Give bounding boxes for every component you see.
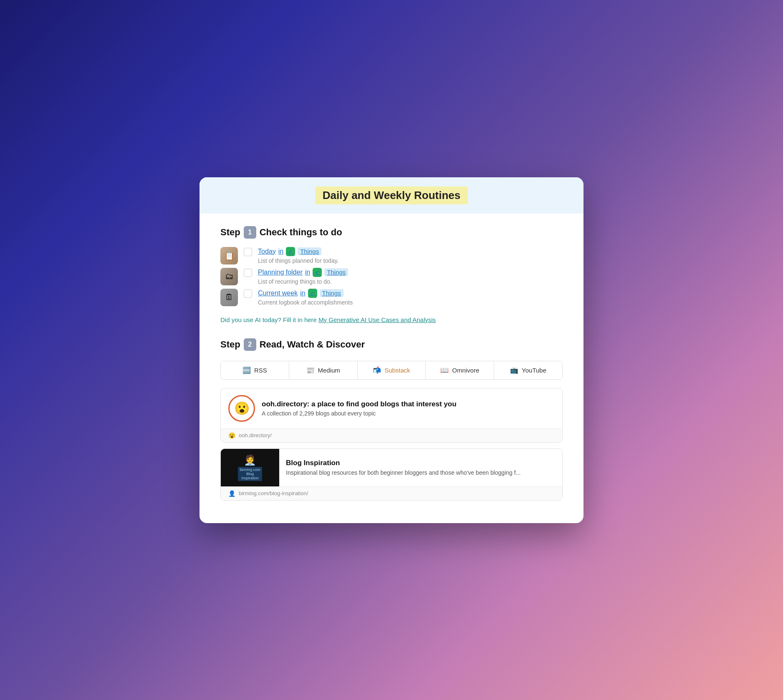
task-title-planning: Planning folder in ✓ Things xyxy=(258,268,563,277)
task-content-week: Current week in ✓ Things Current logbook… xyxy=(258,289,563,306)
card2-footer-icon: 👤 xyxy=(228,490,235,497)
step1-number: 1 xyxy=(244,226,256,239)
card-ooh-desc: A collection of 2,299 blogs about every … xyxy=(262,410,457,417)
card-ooh-footer-url: ooh.directory/ xyxy=(239,432,272,438)
things-badge-week: Things xyxy=(320,289,344,297)
card2-text: Blog Inspiration Inspirational blog reso… xyxy=(286,454,562,481)
card-ooh-text: ooh.directory: a place to find good blog… xyxy=(262,400,457,417)
task-desc-week: Current logbook of accomplishments xyxy=(258,299,563,306)
tab-substack-icon: 📬 xyxy=(373,366,381,374)
card2-main: 🧑‍💼 birming.comBlogInspiration Blog Insp… xyxy=(221,449,562,486)
task-desc-today: List of things planned for today. xyxy=(258,257,563,264)
page-title: Daily and Weekly Routines xyxy=(315,186,468,204)
step1-label: Step xyxy=(220,227,240,238)
card2-thumb-label: birming.comBlogInspiration xyxy=(238,467,262,481)
card2-thumbnail: 🧑‍💼 birming.comBlogInspiration xyxy=(221,449,279,486)
card-ooh-emoji: 😮 xyxy=(234,401,250,415)
things-check-week: ✓ xyxy=(308,289,317,298)
card-ooh-title: ooh.directory: a place to find good blog… xyxy=(262,400,457,408)
tab-medium-label: Medium xyxy=(318,367,340,374)
things-check-planning: ✓ xyxy=(313,268,322,277)
card-ooh-directory: 😮 ooh.directory: a place to find good bl… xyxy=(220,388,563,443)
card-blog-inspiration: 🧑‍💼 birming.comBlogInspiration Blog Insp… xyxy=(220,448,563,501)
main-window: Daily and Weekly Routines Step 1 Check t… xyxy=(200,177,583,523)
step2-label: Step xyxy=(220,339,240,350)
things-badge-planning: Things xyxy=(324,268,348,276)
tab-youtube-label: YouTube xyxy=(522,367,546,374)
tab-rss-label: RSS xyxy=(254,367,267,374)
step1-heading: Step 1 Check things to do xyxy=(220,226,563,239)
task-in-planning: in xyxy=(305,269,310,276)
things-badge-today: Things xyxy=(298,247,321,255)
ai-link-anchor[interactable]: My Generative AI Use Cases and Analysis xyxy=(318,316,436,323)
task-content-today: Today in ✓ Things List of things planned… xyxy=(258,247,563,264)
things-check-today: ✓ xyxy=(286,247,295,256)
tab-rss-icon: 🆕 xyxy=(242,366,251,374)
content-area: Step 1 Check things to do 📋 Today in ✓ T… xyxy=(200,214,583,523)
card2-desc: Inspirational blog resources for both be… xyxy=(286,469,557,476)
card-ooh-main: 😮 ooh.directory: a place to find good bl… xyxy=(221,388,562,428)
tab-substack[interactable]: 📬 Substack xyxy=(358,361,426,379)
card2-footer-url: birming.com/blog-inspiration/ xyxy=(239,490,308,496)
tab-medium-icon: 📰 xyxy=(306,366,315,374)
task-in-today: in xyxy=(278,248,283,255)
task-list: 📋 Today in ✓ Things List of things plann… xyxy=(220,247,563,306)
step2-heading: Step 2 Read, Watch & Discover xyxy=(220,338,563,351)
card2-footer: 👤 birming.com/blog-inspiration/ xyxy=(221,486,562,500)
task-link-week[interactable]: Current week xyxy=(258,290,298,297)
task-link-today[interactable]: Today xyxy=(258,248,276,255)
task-item-today: 📋 Today in ✓ Things List of things plann… xyxy=(220,247,563,264)
card-ooh-footer-icon: 😮 xyxy=(228,432,235,439)
task-checkbox-week[interactable] xyxy=(244,290,252,298)
card-ooh-footer: 😮 ooh.directory/ xyxy=(221,428,562,442)
task-checkbox-today[interactable] xyxy=(244,248,252,256)
card-ooh-icon: 😮 xyxy=(228,395,255,422)
tab-youtube[interactable]: 📺 YouTube xyxy=(494,361,562,379)
tab-rss[interactable]: 🆕 RSS xyxy=(221,361,289,379)
task-desc-planning: List of recurring things to do. xyxy=(258,278,563,285)
task-title-today: Today in ✓ Things xyxy=(258,247,563,256)
tab-omnivore[interactable]: 📖 Omnivore xyxy=(426,361,494,379)
task-icon-planning: 🗂 xyxy=(220,268,238,285)
task-in-week: in xyxy=(300,290,305,297)
card2-title: Blog Inspiration xyxy=(286,459,557,467)
task-icon-today: 📋 xyxy=(220,247,238,264)
tab-omnivore-label: Omnivore xyxy=(452,367,479,374)
step1-title: Check things to do xyxy=(260,227,342,238)
tab-medium[interactable]: 📰 Medium xyxy=(289,361,358,379)
task-content-planning: Planning folder in ✓ Things List of recu… xyxy=(258,268,563,285)
ai-prompt: Did you use AI today? Fill it in here My… xyxy=(220,316,563,323)
task-icon-week: 🗓 xyxy=(220,289,238,306)
tabs-bar: 🆕 RSS 📰 Medium 📬 Substack 📖 Omnivore 📺 Y… xyxy=(220,361,563,380)
task-link-planning[interactable]: Planning folder xyxy=(258,269,303,276)
card2-thumb-emoji: 🧑‍💼 xyxy=(244,454,256,466)
tab-omnivore-icon: 📖 xyxy=(440,366,449,374)
step2-number: 2 xyxy=(244,338,256,351)
task-title-week: Current week in ✓ Things xyxy=(258,289,563,298)
step2-title: Read, Watch & Discover xyxy=(260,339,365,350)
header-banner: Daily and Weekly Routines xyxy=(200,177,583,214)
tab-substack-label: Substack xyxy=(384,367,410,374)
ai-prompt-text: Did you use AI today? Fill it in here xyxy=(220,316,318,323)
task-item-week: 🗓 Current week in ✓ Things Current logbo… xyxy=(220,289,563,306)
tab-youtube-icon: 📺 xyxy=(510,366,518,374)
task-item-planning: 🗂 Planning folder in ✓ Things List of re… xyxy=(220,268,563,285)
task-checkbox-planning[interactable] xyxy=(244,269,252,277)
card2-thumb-inner: 🧑‍💼 birming.comBlogInspiration xyxy=(238,454,262,481)
